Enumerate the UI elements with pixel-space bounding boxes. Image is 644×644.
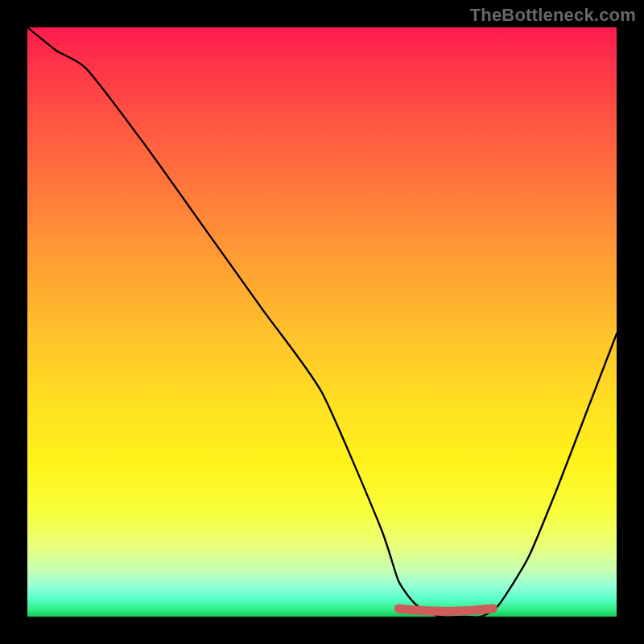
chart-frame: TheBottleneck.com (0, 0, 644, 644)
optimal-range-marker (398, 609, 493, 612)
bottleneck-curve (27, 27, 617, 617)
watermark-text: TheBottleneck.com (470, 5, 636, 26)
curve-path (27, 27, 617, 617)
chart-plot-area (27, 27, 617, 617)
